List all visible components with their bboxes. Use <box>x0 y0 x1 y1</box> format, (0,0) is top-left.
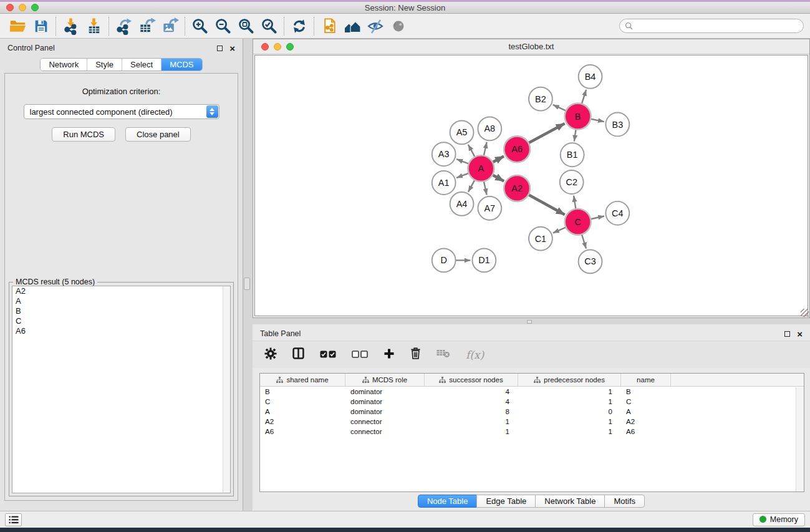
tab-style[interactable]: Style <box>87 59 122 70</box>
cell-shared-name[interactable]: A6 <box>260 428 345 435</box>
show-column-button[interactable] <box>292 347 304 362</box>
export-image-button[interactable] <box>158 16 181 37</box>
function-builder-button[interactable]: f(x) <box>466 349 484 361</box>
window-resize-grip[interactable] <box>801 309 809 317</box>
zoom-out-button[interactable] <box>211 16 234 37</box>
zoom-fit-button[interactable] <box>234 16 258 37</box>
column-header-shared-name[interactable]: shared name <box>260 374 345 386</box>
cell-name[interactable]: B <box>621 388 671 395</box>
open-session-button[interactable] <box>6 16 29 37</box>
cell-shared-name[interactable]: C <box>260 398 345 405</box>
search-box[interactable] <box>619 19 804 33</box>
horizontal-splitter-handle[interactable] <box>527 320 532 324</box>
result-list-item[interactable]: B <box>12 306 230 316</box>
column-header-MCDS-role[interactable]: MCDS role <box>345 374 425 386</box>
export-network-button[interactable] <box>112 16 135 37</box>
cell-MCDS-role[interactable]: dominator <box>345 408 425 415</box>
delete-column-button[interactable] <box>410 347 421 362</box>
result-list-item[interactable]: A6 <box>12 326 230 336</box>
network-canvas[interactable]: B4B2BB3A5A8A6B1A3AA1C2A2A4A7CC4C1C3DD1 <box>254 55 808 316</box>
minimize-window-button[interactable] <box>19 4 26 11</box>
tab-mcds[interactable]: MCDS <box>162 59 201 70</box>
close-table-panel-icon[interactable]: × <box>797 331 803 337</box>
table-row[interactable]: Cdominator41C <box>260 397 804 407</box>
create-column-button[interactable] <box>383 348 395 362</box>
criterion-dropdown[interactable]: largest connected component (directed) <box>24 104 219 119</box>
column-header-predecessor-nodes[interactable]: predecessor nodes <box>518 374 621 386</box>
cell-predecessor-nodes[interactable]: 1 <box>518 428 621 435</box>
memory-button[interactable]: Memory <box>753 513 805 526</box>
tab-edge-table[interactable]: Edge Table <box>476 495 536 508</box>
show-all-button[interactable] <box>387 16 410 37</box>
table-row[interactable]: A6connector11A6 <box>260 427 804 437</box>
close-window-button[interactable] <box>6 4 14 11</box>
cell-successor-nodes[interactable]: 1 <box>425 418 518 425</box>
cell-name[interactable]: A6 <box>621 428 671 435</box>
select-all-button[interactable] <box>320 349 336 360</box>
graph-node-label-A2: A2 <box>511 183 523 193</box>
close-network-window-button[interactable] <box>261 43 269 51</box>
zoom-network-window-button[interactable] <box>286 43 294 51</box>
cell-MCDS-role[interactable]: dominator <box>345 388 425 395</box>
minimize-network-window-button[interactable] <box>274 43 281 51</box>
table-scrollbar[interactable] <box>796 387 804 491</box>
cell-MCDS-role[interactable]: dominator <box>345 398 425 405</box>
run-mcds-button[interactable]: Run MCDS <box>52 127 115 142</box>
cell-shared-name[interactable]: B <box>260 388 345 395</box>
network-window-titlebar[interactable]: testGlobe.txt <box>253 39 809 54</box>
save-session-button[interactable] <box>29 16 52 37</box>
zoom-in-button[interactable] <box>188 16 211 37</box>
delete-table-button[interactable] <box>436 349 450 360</box>
export-table-button[interactable] <box>135 16 158 37</box>
cell-MCDS-role[interactable]: connector <box>345 428 425 435</box>
delete-table-icon <box>436 349 450 358</box>
cell-successor-nodes[interactable]: 4 <box>425 398 518 405</box>
result-list-item[interactable]: A <box>12 296 230 306</box>
tab-network-table[interactable]: Network Table <box>535 495 605 508</box>
tab-node-table[interactable]: Node Table <box>418 495 478 508</box>
cell-name[interactable]: A2 <box>621 418 671 425</box>
mcds-result-list[interactable]: A2ABCA6 <box>12 286 231 493</box>
unselect-all-button[interactable] <box>352 349 368 360</box>
cell-name[interactable]: A <box>621 408 671 415</box>
cell-predecessor-nodes[interactable]: 1 <box>518 398 621 405</box>
table-row[interactable]: Bdominator41B <box>260 387 804 397</box>
cell-successor-nodes[interactable]: 8 <box>425 408 518 415</box>
import-network-button[interactable] <box>59 16 82 37</box>
close-panel-button[interactable]: Close panel <box>125 127 191 142</box>
cell-shared-name[interactable]: A2 <box>260 418 345 425</box>
cell-successor-nodes[interactable]: 1 <box>425 428 518 435</box>
result-list-item[interactable]: A2 <box>12 286 230 296</box>
search-input[interactable] <box>636 22 798 31</box>
cell-predecessor-nodes[interactable]: 1 <box>518 418 621 425</box>
table-settings-button[interactable] <box>264 347 277 362</box>
float-panel-icon[interactable] <box>217 46 223 51</box>
cell-successor-nodes[interactable]: 4 <box>425 388 518 395</box>
first-neighbors-button[interactable] <box>340 16 364 37</box>
float-table-panel-icon[interactable] <box>784 331 790 337</box>
tab-select[interactable]: Select <box>122 59 162 70</box>
cell-shared-name[interactable]: A <box>260 408 345 415</box>
hide-selected-button[interactable] <box>364 16 387 37</box>
two-houses-icon <box>343 17 362 36</box>
cell-MCDS-role[interactable]: connector <box>345 418 425 425</box>
cell-predecessor-nodes[interactable]: 1 <box>518 388 621 395</box>
close-panel-icon[interactable]: × <box>229 46 235 51</box>
cell-predecessor-nodes[interactable]: 0 <box>518 408 621 415</box>
table-row[interactable]: Adominator80A <box>260 407 804 417</box>
column-header-name[interactable]: name <box>621 374 671 386</box>
new-network-from-selection-button[interactable] <box>317 16 340 37</box>
show-task-history-button[interactable] <box>5 513 22 526</box>
tab-motifs[interactable]: Motifs <box>604 495 645 508</box>
zoom-window-button[interactable] <box>31 4 39 11</box>
result-list-item[interactable]: C <box>12 316 230 326</box>
apply-layout-button[interactable] <box>287 16 311 37</box>
cell-name[interactable]: C <box>621 398 671 405</box>
column-header-successor-nodes[interactable]: successor nodes <box>425 374 518 386</box>
result-list-scrollbar[interactable] <box>223 286 230 493</box>
import-table-button[interactable] <box>82 16 105 37</box>
table-row[interactable]: A2connector11A2 <box>260 417 804 427</box>
tab-network[interactable]: Network <box>41 59 87 70</box>
vertical-splitter-handle[interactable] <box>244 278 250 290</box>
zoom-selected-button[interactable] <box>258 16 281 37</box>
